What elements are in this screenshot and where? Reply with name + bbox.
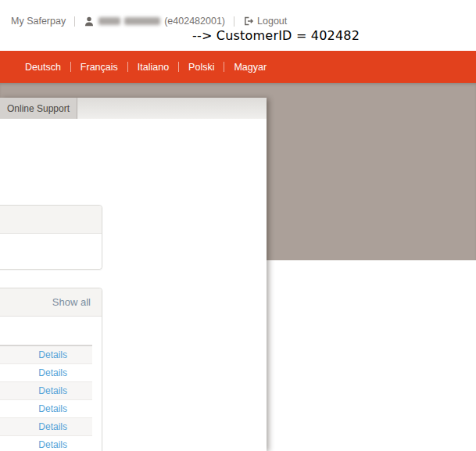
summary-card [0,205,102,270]
language-separator [127,62,128,72]
user-account-id: (e402482001) [164,16,225,27]
logout-icon [243,16,254,27]
logout-button[interactable]: Logout [243,16,287,27]
summary-card-header [0,206,102,234]
table-row: Details [0,400,92,418]
my-saferpay-link[interactable]: My Saferpay [11,16,66,27]
table-row: Details [0,364,92,382]
language-separator [178,62,179,72]
language-separator [224,62,224,72]
lang-deutsch[interactable]: Deutsch [25,62,61,73]
details-link[interactable]: Details [38,418,67,435]
logout-label: Logout [257,16,287,27]
user-icon [84,16,95,27]
main-panel: Online Support Show all Details [0,98,267,451]
table-row: Details [0,346,92,364]
user-block: (e402482001) [84,16,225,27]
customer-id-annotation: --> CustomerID = 402482 [192,28,360,43]
lang-italiano[interactable]: Italiano [138,62,169,73]
details-link[interactable]: Details [38,382,67,399]
tab-strip: Online Support [0,98,267,119]
lang-magyar[interactable]: Magyar [234,62,267,73]
header-separator [234,16,234,27]
user-name-redacted [98,17,160,25]
header-separator [74,16,75,27]
details-link[interactable]: Details [38,400,67,417]
header-row: My Saferpay (e402482001) [11,13,287,29]
table-row: Details [0,436,92,451]
details-link[interactable]: Details [38,364,67,381]
show-all-link[interactable]: Show all [52,296,91,308]
top-header: My Saferpay (e402482001) [0,0,476,51]
page: My Saferpay (e402482001) [0,0,476,451]
details-link[interactable]: Details [38,346,67,363]
table-header-row [0,317,92,346]
lang-polski[interactable]: Polski [188,62,214,73]
language-bar: Deutsch Français Italiano Polski Magyar [0,51,476,83]
lang-francais[interactable]: Français [81,62,118,73]
table-row: Details [0,418,92,436]
language-separator [70,62,71,72]
details-link[interactable]: Details [38,436,67,451]
summary-card-body [0,234,102,269]
list-card: Show all Details Details Details Details [0,288,102,451]
table-row: Details [0,382,92,400]
list-card-header: Show all [0,288,102,317]
tab-online-support[interactable]: Online Support [0,98,77,119]
details-table: Details Details Details Details Details [0,317,92,451]
panel-body: Show all Details Details Details Details [0,119,267,451]
